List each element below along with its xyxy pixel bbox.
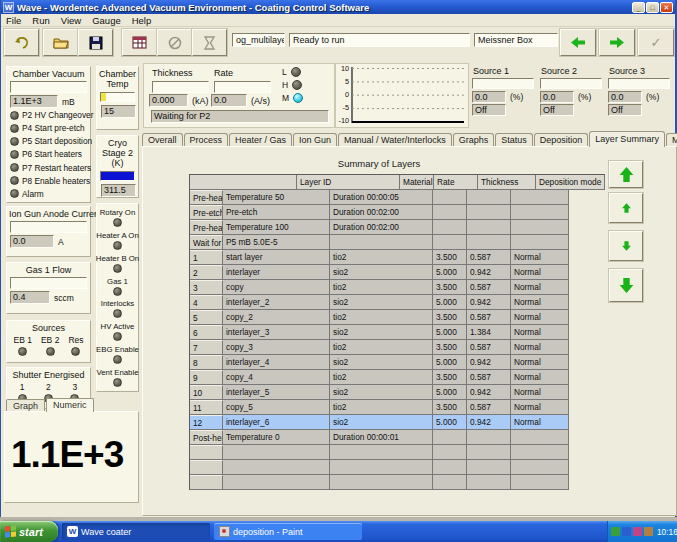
menu-item[interactable]: Help — [132, 15, 152, 26]
main-tab[interactable]: Process — [184, 133, 229, 147]
deposition-mode-cell — [511, 235, 569, 250]
main-tab[interactable]: Layer Summary — [589, 131, 665, 147]
move-to-bottom-button[interactable] — [609, 269, 643, 302]
tray-icon-blue[interactable] — [622, 527, 631, 536]
paint-app-icon — [219, 526, 230, 537]
row-header-cell — [190, 475, 223, 490]
open-file-button[interactable] — [43, 29, 78, 56]
source-power-bar — [608, 78, 670, 89]
row-header-cell — [190, 445, 223, 460]
main-tab[interactable]: Status — [495, 133, 533, 147]
system-led-label: Rotary On — [100, 208, 136, 217]
move-to-top-button[interactable] — [609, 161, 643, 188]
rate-bar — [214, 81, 271, 93]
rate-cell — [433, 205, 467, 220]
thickness-cell — [467, 205, 511, 220]
source-power-bar — [540, 78, 602, 89]
stop-button[interactable] — [157, 29, 192, 56]
small-up-arrow-icon — [621, 202, 632, 214]
lhm-led-label: M — [282, 93, 289, 103]
display-mode-tab[interactable]: Numeric — [46, 398, 94, 412]
layer-table-row[interactable]: 10 interlayer_5 sio2 5.000 0.942 Normal — [190, 385, 605, 400]
undo-icon — [14, 36, 30, 50]
rate-cell: 5.000 — [433, 325, 467, 340]
status-led-label: P4 Start pre-etch — [22, 123, 85, 133]
system-led-icon — [113, 355, 122, 364]
layer-table-row[interactable] — [190, 445, 605, 460]
wait-button[interactable] — [192, 29, 227, 56]
main-tab[interactable]: Ion Gun — [293, 133, 337, 147]
thickness-rate-panel: Thickness 0.000 (kA) Rate 0.0 (A/s) L H — [143, 63, 335, 128]
main-tab[interactable]: Deposition — [534, 133, 589, 147]
layer-table-row[interactable]: 12 interlayer_6 sio2 5.000 0.942 Normal — [190, 415, 605, 430]
move-up-button[interactable] — [609, 193, 643, 223]
taskbar-task[interactable]: W Wave coater — [62, 523, 210, 540]
recipe-list-button[interactable] — [122, 29, 157, 56]
main-tab[interactable]: Heater / Gas — [229, 133, 292, 147]
small-down-arrow-icon — [621, 240, 632, 252]
tray-icon-magenta[interactable] — [633, 527, 642, 536]
undo-button[interactable] — [4, 29, 39, 56]
row-header-cell: Wait for P5 — [190, 235, 223, 250]
menu-item[interactable]: Gauge — [92, 15, 121, 26]
layer-table-row[interactable]: 7 copy_3 tio2 3.500 0.587 Normal — [190, 340, 605, 355]
move-down-button[interactable] — [609, 231, 643, 261]
minimize-button[interactable]: _ — [632, 2, 645, 13]
main-tab[interactable]: Overall — [142, 133, 183, 147]
fixture-field[interactable]: Meissner Box — [474, 33, 558, 47]
table-header-row: Layer IDMaterial IDRateThicknessDepositi… — [190, 175, 605, 190]
status-led-row: P7 Restart heaters — [10, 163, 88, 173]
tray-icon-tan[interactable] — [644, 527, 653, 536]
chamber-temp-label: Chamber Temp — [99, 69, 136, 89]
layer-table-row[interactable]: Wait for P5 P5 mB 5.0E-5 — [190, 235, 605, 250]
layer-table-row[interactable]: 5 copy_2 tio2 3.500 0.587 Normal — [190, 310, 605, 325]
system-led-item: Interlocks — [101, 299, 134, 318]
deposition-mode-cell: Normal — [511, 280, 569, 295]
rate-cell: 5.000 — [433, 295, 467, 310]
main-tab[interactable]: Graphs — [453, 133, 495, 147]
shutter-label: Shutter Energised — [9, 370, 88, 380]
source-led-icon — [46, 347, 55, 356]
layer-table-row[interactable]: 1 start layer tio2 3.500 0.587 Normal — [190, 250, 605, 265]
layer-table-row[interactable] — [190, 475, 605, 490]
layer-table-row[interactable]: 8 interlayer_4 sio2 5.000 0.942 Normal — [190, 355, 605, 370]
layer-table-row[interactable]: 9 copy_4 tio2 3.500 0.587 Normal — [190, 370, 605, 385]
layer-table-row[interactable]: 6 interlayer_3 sio2 5.000 1.384 Normal — [190, 325, 605, 340]
recipe-name-field[interactable]: og_multilayer — [232, 33, 285, 47]
confirm-button[interactable]: ✓ — [638, 29, 674, 56]
next-step-button[interactable] — [599, 29, 635, 56]
lhm-led — [293, 93, 303, 103]
close-button[interactable]: ✕ — [660, 2, 673, 13]
material-id-cell: tio2 — [330, 280, 433, 295]
layer-table-row[interactable]: 4 interlayer_2 sio2 5.000 0.942 Normal — [190, 295, 605, 310]
deposition-source-column: Source 3 0.0 (%) Off — [607, 63, 671, 128]
status-led-icon — [10, 124, 19, 133]
menu-item[interactable]: View — [61, 15, 81, 26]
layer-table-row[interactable]: 3 copy tio2 3.500 0.587 Normal — [190, 280, 605, 295]
menu-item[interactable]: File — [6, 15, 21, 26]
layer-id-cell: copy — [223, 280, 330, 295]
start-button[interactable]: start — [0, 521, 58, 542]
layer-table-row[interactable] — [190, 460, 605, 475]
layer-table-row[interactable]: Pre-etch Pre-etch Duration 00:02:00 — [190, 205, 605, 220]
taskbar-task[interactable]: deposition - Paint — [214, 523, 362, 540]
main-tab[interactable]: Manual / Water/Interlocks — [338, 133, 452, 147]
rate-cell: 3.500 — [433, 280, 467, 295]
layer-table-row[interactable]: Pre-heat 2 Temperature 100 Duration 00:0… — [190, 220, 605, 235]
system-led-label: Vent Enable — [96, 368, 138, 377]
layer-table-row[interactable]: 2 interlayer sio2 5.000 0.942 Normal — [190, 265, 605, 280]
layer-table-row[interactable]: Pre-heat 1 Temperature 50 Duration 00:00… — [190, 190, 605, 205]
layer-table-row[interactable]: 11 copy_5 tio2 3.500 0.587 Normal — [190, 400, 605, 415]
save-button[interactable] — [78, 29, 113, 56]
menu-item[interactable]: Run — [32, 15, 49, 26]
lhm-led-label: H — [282, 80, 288, 90]
previous-step-button[interactable] — [560, 29, 596, 56]
gas1-flow-label: Gas 1 Flow — [9, 265, 88, 275]
tray-icon-green[interactable] — [611, 527, 620, 536]
maximize-button[interactable]: □ — [646, 2, 659, 13]
rate-cell — [433, 445, 467, 460]
window-title: Wave - Wordentec Advanced Vacuum Environ… — [17, 2, 629, 13]
layer-table-row[interactable]: Post-heat Temperature 0 Duration 00:00:0… — [190, 430, 605, 445]
row-header-cell — [190, 460, 223, 475]
main-tab[interactable]: Material Summary — [666, 133, 677, 147]
